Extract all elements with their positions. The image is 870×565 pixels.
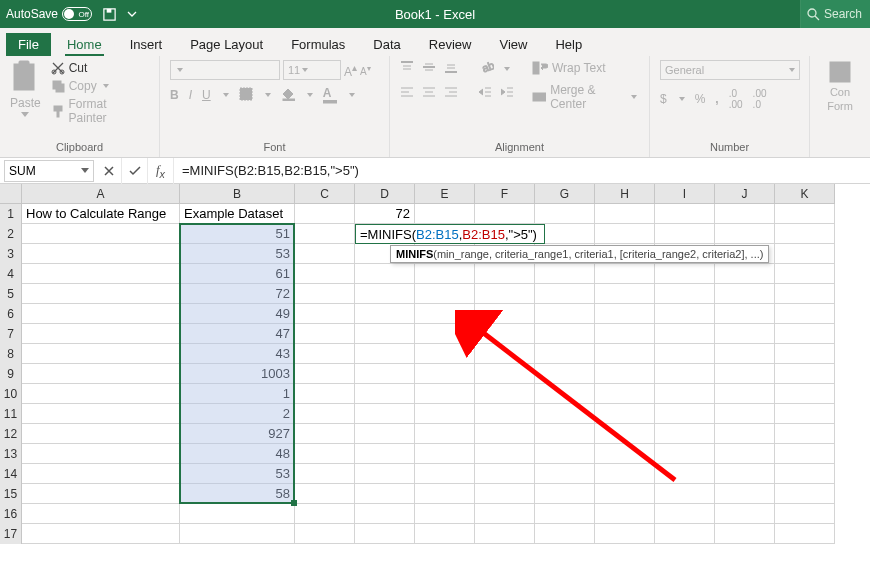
decrease-indent-icon[interactable] (478, 85, 492, 102)
copy-button[interactable]: Copy (49, 78, 149, 94)
cell-G17[interactable] (535, 524, 595, 544)
bold-button[interactable]: B (170, 88, 179, 102)
format-painter-button[interactable]: Format Painter (49, 96, 149, 126)
row-header-2[interactable]: 2 (0, 224, 22, 244)
cell-K13[interactable] (775, 444, 835, 464)
cell-B12[interactable]: 927 (180, 424, 295, 444)
row-header-16[interactable]: 16 (0, 504, 22, 524)
cell-A2[interactable] (22, 224, 180, 244)
cell-H15[interactable] (595, 484, 655, 504)
underline-button[interactable]: U (202, 88, 211, 102)
increase-indent-icon[interactable] (500, 85, 514, 102)
cell-J5[interactable] (715, 284, 775, 304)
cell-A3[interactable] (22, 244, 180, 264)
tab-file[interactable]: File (6, 33, 51, 56)
cell-E8[interactable] (415, 344, 475, 364)
cell-F5[interactable] (475, 284, 535, 304)
row-header-7[interactable]: 7 (0, 324, 22, 344)
cell-F14[interactable] (475, 464, 535, 484)
cell-K10[interactable] (775, 384, 835, 404)
column-header-K[interactable]: K (775, 184, 835, 204)
cell-E5[interactable] (415, 284, 475, 304)
select-all-corner[interactable] (0, 184, 22, 204)
align-bottom-icon[interactable] (444, 60, 458, 77)
cell-K8[interactable] (775, 344, 835, 364)
cell-D17[interactable] (355, 524, 415, 544)
accounting-format-button[interactable]: $ (660, 92, 667, 106)
cell-J12[interactable] (715, 424, 775, 444)
cell-B16[interactable] (180, 504, 295, 524)
cell-D12[interactable] (355, 424, 415, 444)
cell-G9[interactable] (535, 364, 595, 384)
increase-font-icon[interactable]: A▴ (344, 62, 357, 79)
cell-H8[interactable] (595, 344, 655, 364)
enter-formula-button[interactable] (122, 158, 148, 184)
cell-C2[interactable] (295, 224, 355, 244)
column-header-G[interactable]: G (535, 184, 595, 204)
font-name-select[interactable] (170, 60, 280, 80)
column-header-B[interactable]: B (180, 184, 295, 204)
autosave-toggle[interactable]: AutoSave Off (6, 7, 92, 21)
cell-C14[interactable] (295, 464, 355, 484)
cell-I14[interactable] (655, 464, 715, 484)
cell-E15[interactable] (415, 484, 475, 504)
cell-K15[interactable] (775, 484, 835, 504)
row-header-1[interactable]: 1 (0, 204, 22, 224)
cell-C11[interactable] (295, 404, 355, 424)
cell-A4[interactable] (22, 264, 180, 284)
cell-G13[interactable] (535, 444, 595, 464)
number-format-select[interactable]: General (660, 60, 800, 80)
cell-H9[interactable] (595, 364, 655, 384)
cell-G15[interactable] (535, 484, 595, 504)
name-box[interactable]: SUM (4, 160, 94, 182)
cell-E7[interactable] (415, 324, 475, 344)
increase-decimal-button[interactable]: .0.00 (729, 88, 743, 110)
cell-H2[interactable] (595, 224, 655, 244)
cell-K6[interactable] (775, 304, 835, 324)
spreadsheet-grid[interactable]: ABCDEFGHIJK1How to Calculate RangeExampl… (0, 184, 870, 565)
cell-H10[interactable] (595, 384, 655, 404)
row-header-13[interactable]: 13 (0, 444, 22, 464)
cell-G10[interactable] (535, 384, 595, 404)
cell-A16[interactable] (22, 504, 180, 524)
row-header-17[interactable]: 17 (0, 524, 22, 544)
cell-I2[interactable] (655, 224, 715, 244)
tab-page-layout[interactable]: Page Layout (178, 33, 275, 56)
search-box[interactable]: Search (800, 0, 870, 28)
cell-G1[interactable] (535, 204, 595, 224)
tab-formulas[interactable]: Formulas (279, 33, 357, 56)
cell-B6[interactable]: 49 (180, 304, 295, 324)
cell-F1[interactable] (475, 204, 535, 224)
row-header-11[interactable]: 11 (0, 404, 22, 424)
formula-input[interactable]: =MINIFS(B2:B15,B2:B15,">5") (174, 163, 870, 178)
cell-H16[interactable] (595, 504, 655, 524)
cell-A9[interactable] (22, 364, 180, 384)
cell-J7[interactable] (715, 324, 775, 344)
cell-C9[interactable] (295, 364, 355, 384)
cell-B13[interactable]: 48 (180, 444, 295, 464)
cell-I12[interactable] (655, 424, 715, 444)
cell-D16[interactable] (355, 504, 415, 524)
paste-button[interactable]: Paste (10, 60, 41, 117)
row-header-4[interactable]: 4 (0, 264, 22, 284)
cell-I17[interactable] (655, 524, 715, 544)
cell-F15[interactable] (475, 484, 535, 504)
cell-G5[interactable] (535, 284, 595, 304)
column-header-J[interactable]: J (715, 184, 775, 204)
column-header-D[interactable]: D (355, 184, 415, 204)
cell-I1[interactable] (655, 204, 715, 224)
cell-E12[interactable] (415, 424, 475, 444)
decrease-decimal-button[interactable]: .00.0 (753, 88, 767, 110)
cell-I7[interactable] (655, 324, 715, 344)
cell-K17[interactable] (775, 524, 835, 544)
cell-G11[interactable] (535, 404, 595, 424)
cell-C17[interactable] (295, 524, 355, 544)
cell-A10[interactable] (22, 384, 180, 404)
cell-H14[interactable] (595, 464, 655, 484)
cell-I15[interactable] (655, 484, 715, 504)
cell-E13[interactable] (415, 444, 475, 464)
cell-D5[interactable] (355, 284, 415, 304)
cell-H5[interactable] (595, 284, 655, 304)
cell-J9[interactable] (715, 364, 775, 384)
align-left-icon[interactable] (400, 85, 414, 102)
